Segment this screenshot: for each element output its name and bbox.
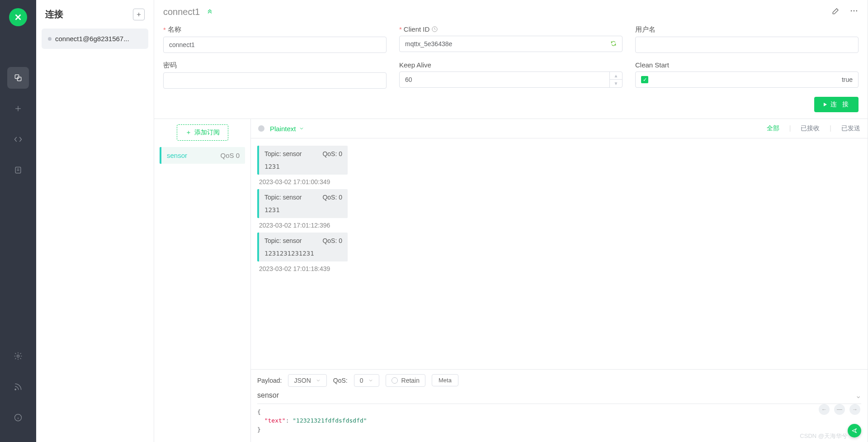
field-cleanstart: Clean Start ✓true xyxy=(635,61,859,89)
messages-toolbar: Plaintext 全部 | 已接收 | 已发送 xyxy=(251,119,868,138)
header-actions xyxy=(831,6,859,17)
format-select[interactable]: Plaintext xyxy=(270,125,304,133)
connections-header: 连接 xyxy=(36,0,154,26)
cleanstart-checkbox[interactable]: ✓true xyxy=(635,71,859,88)
publish-panel: Payload: JSON QoS: 0 Retain Meta sensor⌄… xyxy=(251,369,868,442)
connections-panel: 连接 connect1@6g8231567... xyxy=(36,0,154,442)
content-split: ＋添加订阅 sensor QoS 0 Plaintext 全部 | 已接收 | … xyxy=(154,119,868,442)
message-item: Topic: sensorQoS: 01231231231231 2023-03… xyxy=(257,233,348,272)
chevron-down-icon: ⌄ xyxy=(855,391,861,400)
svg-rect-1 xyxy=(17,77,21,81)
message-timestamp: 2023-03-02 17:01:00:349 xyxy=(257,178,348,185)
history-divider-icon: — xyxy=(834,404,845,415)
svg-point-6 xyxy=(851,10,852,12)
message-timestamp: 2023-03-02 17:01:18:439 xyxy=(257,265,348,272)
main-panel: connect1 *名称 *Client ID 用户名 密码 Keep Aliv… xyxy=(154,0,868,442)
connect-row: 连 接 xyxy=(154,97,868,119)
payload-editor[interactable]: { "text": "12321321fdfdsfdsdfd"} xyxy=(257,408,861,434)
svg-point-4 xyxy=(15,389,16,390)
check-icon: ✓ xyxy=(641,76,648,83)
connections-title: 连接 xyxy=(45,8,63,20)
collapse-icon[interactable] xyxy=(206,7,213,16)
chevron-down-icon xyxy=(316,378,321,383)
history-prev-icon[interactable]: ← xyxy=(819,404,830,415)
connection-status-icon xyxy=(258,125,264,132)
subscription-topic: sensor xyxy=(167,152,187,159)
nav-feed-icon[interactable] xyxy=(7,376,29,398)
filter-sent[interactable]: 已发送 xyxy=(841,124,860,133)
field-clientid: *Client ID xyxy=(399,25,623,53)
number-stepper[interactable]: ▲▼ xyxy=(609,72,622,87)
connection-label: connect1@6g8231567... xyxy=(55,35,142,43)
refresh-clientid-icon[interactable] xyxy=(610,40,617,48)
edit-icon[interactable] xyxy=(831,6,840,17)
chevron-down-icon xyxy=(299,126,304,131)
meta-button[interactable]: Meta xyxy=(432,374,458,386)
clock-icon xyxy=(431,26,438,33)
svg-point-8 xyxy=(856,10,858,12)
nav-connections-icon[interactable] xyxy=(7,67,29,89)
add-subscription-button[interactable]: ＋添加订阅 xyxy=(177,124,228,141)
new-connection-button[interactable] xyxy=(133,9,145,20)
radio-icon xyxy=(392,377,398,384)
message-item: Topic: sensorQoS: 01231 2023-03-02 17:01… xyxy=(257,189,348,229)
history-next-icon[interactable]: → xyxy=(849,404,860,415)
nav-rail xyxy=(0,0,36,442)
subscription-item[interactable]: sensor QoS 0 xyxy=(160,147,245,164)
nav-add-icon[interactable] xyxy=(7,98,29,119)
nav-settings-icon[interactable] xyxy=(7,345,29,367)
message-filters: 全部 | 已接收 | 已发送 xyxy=(767,124,860,133)
send-button[interactable] xyxy=(848,424,861,437)
subscriptions-panel: ＋添加订阅 sensor QoS 0 xyxy=(154,119,251,442)
message-item: Topic: sensorQoS: 01231 2023-03-02 17:01… xyxy=(257,146,348,185)
nav-log-icon[interactable] xyxy=(7,159,29,181)
app-logo xyxy=(9,8,27,26)
messages-panel: Plaintext 全部 | 已接收 | 已发送 Topic: sensorQo… xyxy=(251,119,868,442)
nav-bottom-group xyxy=(7,345,29,428)
field-username: 用户名 xyxy=(635,25,859,53)
subscription-qos: QoS 0 xyxy=(220,152,240,159)
field-keepalive: Keep Alive ▲▼ xyxy=(399,61,623,89)
filter-all[interactable]: 全部 xyxy=(767,124,779,133)
qos-select[interactable]: 0 xyxy=(354,374,379,387)
connection-list-item[interactable]: connect1@6g8231567... xyxy=(42,29,148,49)
password-input[interactable] xyxy=(163,72,387,89)
nav-scripts-icon[interactable] xyxy=(7,128,29,150)
status-dot-icon xyxy=(48,37,52,41)
more-icon[interactable] xyxy=(849,6,859,17)
main-header: connect1 xyxy=(154,0,868,21)
payload-type-select[interactable]: JSON xyxy=(288,374,326,387)
message-timestamp: 2023-03-02 17:01:12:396 xyxy=(257,222,348,229)
nav-top-group xyxy=(7,67,29,181)
message-list[interactable]: Topic: sensorQoS: 01231 2023-03-02 17:01… xyxy=(251,138,868,369)
field-name: *名称 xyxy=(163,25,387,53)
keepalive-input[interactable]: ▲▼ xyxy=(399,71,623,88)
svg-rect-0 xyxy=(15,75,19,78)
svg-point-3 xyxy=(17,355,19,357)
field-password: 密码 xyxy=(163,61,387,89)
name-input[interactable] xyxy=(163,37,387,53)
connection-name: connect1 xyxy=(163,7,200,17)
svg-rect-2 xyxy=(15,167,21,173)
svg-point-7 xyxy=(854,10,855,12)
connection-form: *名称 *Client ID 用户名 密码 Keep Alive ▲▼ Clea… xyxy=(154,21,868,97)
clientid-input[interactable] xyxy=(399,36,623,52)
nav-info-icon[interactable] xyxy=(7,407,29,428)
filter-received[interactable]: 已接收 xyxy=(801,124,820,133)
history-nav: ← — → xyxy=(819,404,860,415)
retain-toggle[interactable]: Retain xyxy=(386,374,425,387)
publish-topic-input[interactable]: sensor⌄ xyxy=(257,390,861,404)
plus-icon: ＋ xyxy=(185,128,192,137)
chevron-down-icon xyxy=(368,378,373,383)
connect-button[interactable]: 连 接 xyxy=(814,97,859,112)
publish-options: Payload: JSON QoS: 0 Retain Meta xyxy=(257,374,861,387)
username-input[interactable] xyxy=(635,37,859,53)
